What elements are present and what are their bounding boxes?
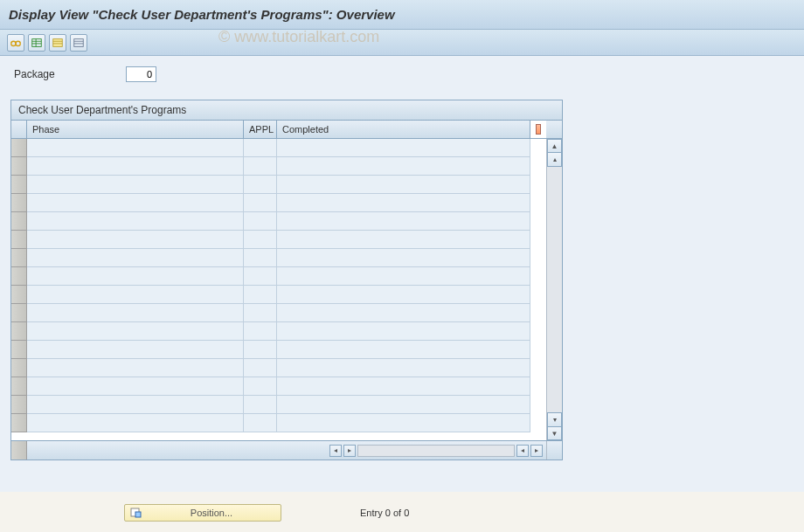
- table-settings-button[interactable]: [28, 34, 45, 52]
- cell-completed[interactable]: [277, 157, 530, 176]
- cell-appl[interactable]: [244, 194, 277, 212]
- row-selector[interactable]: [11, 157, 27, 176]
- display-change-button[interactable]: [7, 34, 24, 52]
- cell-completed[interactable]: [277, 396, 530, 414]
- scroll-down-button[interactable]: ▼: [547, 426, 562, 440]
- cell-appl[interactable]: [244, 231, 277, 249]
- cell-appl[interactable]: [244, 176, 277, 194]
- cell-appl[interactable]: [244, 304, 277, 322]
- row-selector[interactable]: [11, 267, 27, 286]
- row-selector[interactable]: [11, 249, 27, 267]
- hscroll-track[interactable]: [357, 445, 515, 457]
- row-selector[interactable]: [11, 231, 27, 249]
- cell-appl[interactable]: [244, 139, 277, 157]
- cell-appl[interactable]: [244, 212, 277, 231]
- cell-appl[interactable]: [244, 414, 277, 432]
- cell-appl[interactable]: [244, 377, 277, 396]
- table-row[interactable]: [11, 304, 546, 322]
- cell-completed[interactable]: [277, 359, 530, 377]
- cell-phase[interactable]: [27, 176, 244, 194]
- cell-completed[interactable]: [277, 231, 530, 249]
- scroll-track[interactable]: [547, 167, 562, 412]
- cell-appl[interactable]: [244, 157, 277, 176]
- hscroll-left-step-button[interactable]: ▸: [343, 445, 356, 457]
- cell-completed[interactable]: [277, 194, 530, 212]
- row-selector[interactable]: [11, 396, 27, 414]
- cell-appl[interactable]: [244, 267, 277, 286]
- table-row[interactable]: [11, 231, 546, 249]
- cell-completed[interactable]: [277, 267, 530, 286]
- cell-phase[interactable]: [27, 359, 244, 377]
- package-input[interactable]: [126, 66, 156, 82]
- column-phase[interactable]: Phase: [27, 121, 244, 138]
- table-row[interactable]: [11, 212, 546, 231]
- row-selector[interactable]: [11, 377, 27, 396]
- row-selector[interactable]: [11, 341, 27, 359]
- table-row[interactable]: [11, 194, 546, 212]
- cell-appl[interactable]: [244, 322, 277, 341]
- cell-appl[interactable]: [244, 249, 277, 267]
- hscroll-right-step-button[interactable]: ◂: [516, 445, 529, 457]
- row-selector[interactable]: [11, 286, 27, 304]
- column-completed[interactable]: Completed: [277, 121, 530, 138]
- cell-appl[interactable]: [244, 359, 277, 377]
- row-selector[interactable]: [11, 359, 27, 377]
- column-config-button[interactable]: [530, 121, 546, 138]
- cell-phase[interactable]: [27, 414, 244, 432]
- cell-phase[interactable]: [27, 212, 244, 231]
- scroll-up-step-button[interactable]: ▴: [547, 153, 562, 167]
- deselect-all-button[interactable]: [70, 34, 87, 52]
- cell-phase[interactable]: [27, 341, 244, 359]
- cell-completed[interactable]: [277, 249, 530, 267]
- row-selector[interactable]: [11, 139, 27, 157]
- scroll-up-button[interactable]: ▲: [547, 139, 562, 153]
- table-row[interactable]: [11, 286, 546, 304]
- table-row[interactable]: [11, 176, 546, 194]
- vertical-scrollbar[interactable]: ▲ ▴ ▾ ▼: [546, 139, 562, 440]
- horizontal-scrollbar[interactable]: ◂ ▸ ◂ ▸: [329, 445, 543, 457]
- row-selector[interactable]: [11, 194, 27, 212]
- row-selector[interactable]: [11, 414, 27, 432]
- cell-phase[interactable]: [27, 377, 244, 396]
- cell-appl[interactable]: [244, 286, 277, 304]
- table-row[interactable]: [11, 157, 546, 176]
- table-row[interactable]: [11, 322, 546, 341]
- cell-phase[interactable]: [27, 267, 244, 286]
- cell-completed[interactable]: [277, 139, 530, 157]
- cell-phase[interactable]: [27, 322, 244, 341]
- table-row[interactable]: [11, 377, 546, 396]
- row-selector[interactable]: [11, 176, 27, 194]
- cell-completed[interactable]: [277, 414, 530, 432]
- table-row[interactable]: [11, 267, 546, 286]
- table-row[interactable]: [11, 396, 546, 414]
- cell-appl[interactable]: [244, 396, 277, 414]
- cell-phase[interactable]: [27, 194, 244, 212]
- hscroll-left-button[interactable]: ◂: [329, 445, 342, 457]
- cell-phase[interactable]: [27, 286, 244, 304]
- row-selector[interactable]: [11, 304, 27, 322]
- column-selector[interactable]: [11, 121, 27, 138]
- table-row[interactable]: [11, 359, 546, 377]
- cell-phase[interactable]: [27, 139, 244, 157]
- cell-completed[interactable]: [277, 341, 530, 359]
- cell-phase[interactable]: [27, 396, 244, 414]
- cell-completed[interactable]: [277, 212, 530, 231]
- cell-completed[interactable]: [277, 176, 530, 194]
- cell-phase[interactable]: [27, 249, 244, 267]
- cell-completed[interactable]: [277, 304, 530, 322]
- column-appl[interactable]: APPL: [244, 121, 277, 138]
- hscroll-right-button[interactable]: ▸: [530, 445, 543, 457]
- cell-completed[interactable]: [277, 286, 530, 304]
- cell-completed[interactable]: [277, 377, 530, 396]
- scroll-down-step-button[interactable]: ▾: [547, 412, 562, 426]
- cell-completed[interactable]: [277, 322, 530, 341]
- table-row[interactable]: [11, 139, 546, 157]
- select-all-button[interactable]: [49, 34, 66, 52]
- cell-appl[interactable]: [244, 341, 277, 359]
- cell-phase[interactable]: [27, 157, 244, 176]
- position-button[interactable]: Position...: [124, 504, 281, 522]
- row-selector[interactable]: [11, 322, 27, 341]
- row-selector[interactable]: [11, 212, 27, 231]
- table-row[interactable]: [11, 414, 546, 432]
- table-row[interactable]: [11, 249, 546, 267]
